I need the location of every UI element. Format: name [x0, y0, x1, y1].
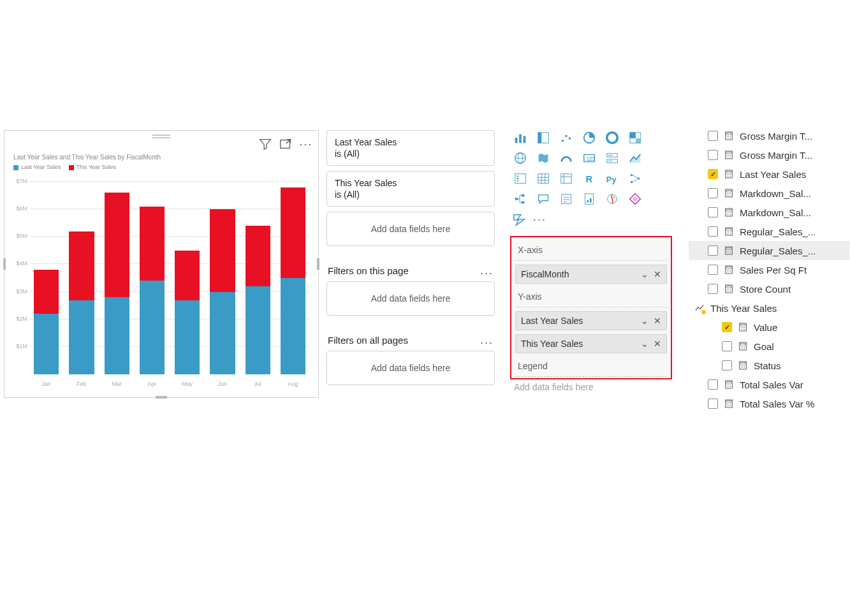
checkbox[interactable]: [708, 131, 718, 141]
checkbox[interactable]: [722, 360, 732, 370]
filter-card-last-year-sales[interactable]: Last Year Sales is (All): [326, 130, 495, 166]
field-row-7[interactable]: Sales Per Sq Ft: [689, 260, 849, 279]
viz-type-narrative-icon[interactable]: [556, 190, 576, 208]
well-chip-last-year-sales[interactable]: Last Year Sales ⌄✕: [515, 311, 667, 330]
bar-segment-last-year[interactable]: [34, 314, 59, 374]
bar-segment-this-year[interactable]: [105, 193, 129, 297]
viz-type-donut-icon[interactable]: [602, 129, 622, 147]
bar-segment-this-year[interactable]: [140, 207, 165, 281]
viz-type-scatter-icon[interactable]: [556, 129, 576, 147]
bar-column[interactable]: [245, 182, 270, 374]
bar-segment-last-year[interactable]: [281, 278, 305, 374]
remove-icon[interactable]: ✕: [654, 269, 661, 279]
bar-segment-last-year[interactable]: [175, 300, 200, 374]
field-row-goal[interactable]: Goal: [689, 337, 849, 356]
viz-type-table-icon[interactable]: [533, 170, 553, 187]
bar-segment-this-year[interactable]: [69, 231, 94, 300]
field-row-0[interactable]: Gross Margin T...: [689, 126, 849, 145]
bar-column[interactable]: [175, 182, 200, 374]
well-chip-this-year-sales[interactable]: This Year Sales ⌄✕: [515, 334, 667, 353]
field-row-4[interactable]: Markdown_Sal...: [689, 203, 849, 222]
filter-dropzone-page[interactable]: Add data fields here: [326, 281, 495, 316]
viz-type-kpi-icon[interactable]: [625, 149, 645, 167]
more-options-icon[interactable]: ···: [299, 137, 313, 151]
bar-segment-last-year[interactable]: [140, 281, 165, 374]
viz-type-decomposition-icon[interactable]: [510, 190, 531, 208]
more-options-icon[interactable]: ...: [480, 334, 494, 347]
checkbox[interactable]: [708, 188, 718, 198]
viz-type-r-icon[interactable]: R: [579, 170, 599, 187]
viz-type-globe-icon[interactable]: [510, 149, 531, 167]
viz-type-arcgis-icon[interactable]: [602, 190, 622, 208]
viz-type-pie-icon[interactable]: [579, 129, 599, 147]
viz-type-matrix-icon[interactable]: [556, 170, 576, 187]
bar-column[interactable]: [281, 182, 305, 374]
viz-type-qa-icon[interactable]: [533, 190, 553, 208]
field-row-5[interactable]: Regular_Sales_...: [689, 222, 849, 241]
filter-dropzone-visual[interactable]: Add data fields here: [326, 212, 495, 246]
resize-handle-bottom[interactable]: [156, 396, 167, 399]
resize-handle-left[interactable]: [3, 258, 6, 270]
checkbox[interactable]: [708, 246, 718, 256]
bar-column[interactable]: [34, 182, 59, 374]
bar-segment-last-year[interactable]: [210, 292, 235, 374]
viz-type-key-influencers-icon[interactable]: [625, 170, 645, 187]
drag-handle[interactable]: [152, 135, 170, 138]
bar-segment-this-year[interactable]: [210, 209, 235, 291]
checkbox[interactable]: [708, 265, 718, 275]
field-row-2[interactable]: Last Year Sales: [689, 165, 849, 184]
field-row-value[interactable]: Value: [689, 318, 849, 337]
chevron-down-icon[interactable]: ⌄: [641, 269, 648, 279]
field-row-1[interactable]: Gross Margin T...: [689, 145, 849, 165]
viz-type-filled-map-icon[interactable]: [533, 149, 553, 167]
chevron-down-icon[interactable]: ⌄: [641, 339, 648, 349]
resize-handle-right[interactable]: [317, 258, 319, 270]
field-row-3[interactable]: Markdown_Sal...: [689, 184, 849, 203]
bar-segment-this-year[interactable]: [175, 251, 200, 300]
viz-type-card-icon[interactable]: 123: [579, 149, 599, 167]
well-legend-hint[interactable]: Add data fields here: [510, 379, 672, 393]
viz-type-gauge-icon[interactable]: [556, 149, 576, 167]
viz-type-treemap-icon[interactable]: [625, 129, 645, 147]
filter-dropzone-all[interactable]: Add data fields here: [326, 351, 495, 385]
bar-segment-this-year[interactable]: [245, 226, 270, 286]
viz-type-slicer-icon[interactable]: [510, 170, 531, 187]
field-row-tail-1[interactable]: Total Sales Var %: [689, 394, 849, 413]
field-group-this-year-sales[interactable]: ⌄ This Year Sales: [689, 298, 849, 318]
field-row-status[interactable]: Status: [689, 356, 849, 375]
viz-type-stacked-bar-icon[interactable]: [533, 129, 553, 147]
filter-icon[interactable]: [258, 137, 272, 151]
field-row-8[interactable]: Store Count: [689, 279, 849, 298]
field-row-tail-0[interactable]: Total Sales Var: [689, 375, 849, 394]
bar-segment-last-year[interactable]: [245, 286, 270, 374]
bar-segment-this-year[interactable]: [34, 270, 59, 314]
filter-card-this-year-sales[interactable]: This Year Sales is (All): [326, 171, 495, 207]
bar-column[interactable]: [105, 182, 129, 374]
focus-mode-icon[interactable]: [279, 137, 293, 151]
viz-type-column-icon[interactable]: [510, 129, 531, 147]
more-options-icon[interactable]: ...: [480, 264, 494, 277]
bar-column[interactable]: [140, 182, 165, 374]
more-visuals-icon[interactable]: ···: [533, 213, 546, 226]
bar-column[interactable]: [210, 182, 235, 374]
well-chip-fiscalmonth[interactable]: FiscalMonth ⌄✕: [515, 265, 667, 284]
checkbox[interactable]: [708, 150, 718, 160]
checkbox[interactable]: [708, 226, 718, 237]
field-row-6[interactable]: Regular_Sales_...: [689, 241, 849, 260]
viz-type-power-apps-icon[interactable]: [625, 190, 645, 208]
checkbox[interactable]: [722, 322, 732, 332]
bar-segment-last-year[interactable]: [69, 300, 94, 374]
remove-icon[interactable]: ✕: [654, 316, 661, 326]
chevron-down-icon[interactable]: ⌄: [641, 316, 648, 326]
checkbox[interactable]: [708, 284, 718, 294]
checkbox[interactable]: [722, 341, 732, 351]
bar-segment-this-year[interactable]: [281, 187, 305, 278]
checkbox[interactable]: [708, 379, 718, 390]
power-automate-icon[interactable]: [511, 212, 528, 227]
checkbox[interactable]: [708, 207, 718, 217]
bar-segment-last-year[interactable]: [105, 297, 129, 374]
chart-visual[interactable]: ··· Last Year Sales and This Year Sales …: [4, 130, 319, 398]
viz-type-python-icon[interactable]: Py: [602, 170, 622, 187]
checkbox[interactable]: [708, 399, 718, 409]
chevron-down-icon[interactable]: ⌄: [689, 302, 691, 314]
